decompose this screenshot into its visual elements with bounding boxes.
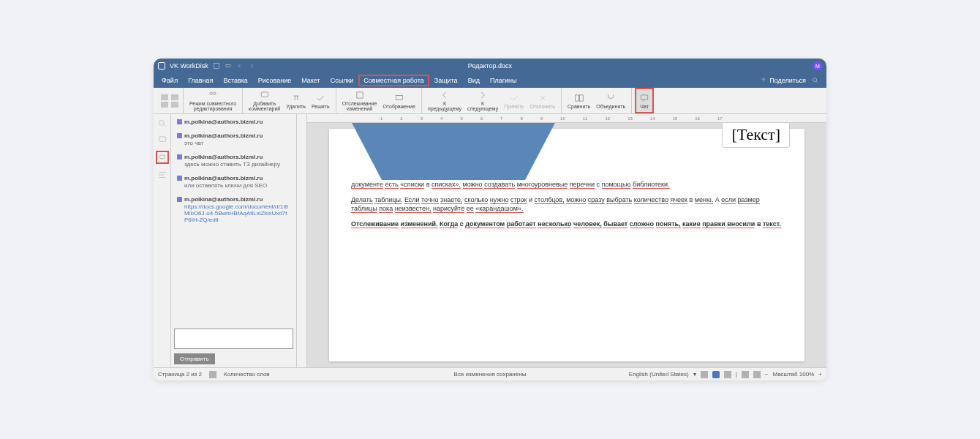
wordcount-icon xyxy=(209,371,216,378)
document-title: Редактор.docx xyxy=(468,62,512,70)
track-indicator-icon[interactable] xyxy=(712,371,720,378)
horizontal-ruler[interactable]: 1234567891011121314151617 xyxy=(307,114,826,123)
menu-references[interactable]: Ссылки xyxy=(325,75,359,86)
search-icon[interactable] xyxy=(812,77,819,84)
page[interactable]: [Текст] документе есть «списки в списках… xyxy=(329,129,804,361)
app-name: VK WorkDisk xyxy=(170,62,208,70)
users-icon xyxy=(208,90,218,100)
menu-collaboration[interactable]: Совместная работа xyxy=(358,75,429,86)
text-placeholder[interactable]: [Текст] xyxy=(722,123,790,148)
chevron-down-icon[interactable]: ▾ xyxy=(693,371,696,378)
track-changes-button[interactable]: Отслеживание изменений xyxy=(339,88,380,113)
share-button[interactable]: Поделиться xyxy=(760,77,806,84)
svg-rect-8 xyxy=(575,94,578,100)
send-button[interactable]: Отправить xyxy=(174,353,215,364)
redo-icon[interactable] xyxy=(248,62,255,70)
reject-icon xyxy=(538,93,548,103)
document-area: 1234567891011121314151617 [Текст] докуме… xyxy=(297,114,826,367)
svg-point-11 xyxy=(159,120,164,125)
prev-change-button[interactable]: К предыдущему xyxy=(425,88,464,113)
merge-button[interactable]: Объединить xyxy=(593,88,628,113)
user-color-icon xyxy=(177,176,182,181)
chat-panel-icon[interactable] xyxy=(156,151,169,164)
add-comment-button[interactable]: Добавить комментарий xyxy=(246,88,283,113)
avatar[interactable]: M xyxy=(813,61,822,70)
check-icon xyxy=(315,93,325,103)
menu-view[interactable]: Вид xyxy=(463,75,485,86)
chat-link[interactable]: https://docs.google.com/document/d/1I8Ml… xyxy=(184,203,290,223)
svg-point-3 xyxy=(210,92,213,95)
next-change-button[interactable]: К следующему xyxy=(464,88,501,113)
arrow-right-icon xyxy=(478,90,488,100)
svg-rect-7 xyxy=(396,95,402,100)
chat-message: m.polkina@authors.bizml.ru xyxy=(174,117,293,127)
view-mode-icon[interactable] xyxy=(724,371,731,378)
fit-width-icon[interactable] xyxy=(753,371,761,378)
headings-panel-icon[interactable] xyxy=(157,170,167,180)
menu-protection[interactable]: Защита xyxy=(429,75,463,86)
chat-message: m.polkina@authors.bizml.ru это чат xyxy=(174,131,293,148)
menu-home[interactable]: Главная xyxy=(183,75,218,86)
clipboard-icons[interactable] xyxy=(159,93,170,109)
menu-draw[interactable]: Рисование xyxy=(253,75,296,86)
vertical-ruler[interactable] xyxy=(297,123,307,367)
zoom-out-button[interactable]: − xyxy=(765,371,769,378)
language-selector[interactable]: English (United States) xyxy=(629,371,689,378)
accept-icon xyxy=(509,93,519,103)
menu-insert[interactable]: Вставка xyxy=(218,75,252,86)
merge-icon xyxy=(606,93,616,103)
svg-rect-0 xyxy=(214,64,219,69)
chat-button[interactable]: Чат xyxy=(635,88,654,113)
wordcount-label[interactable]: Количество слов xyxy=(224,371,270,378)
menu-file[interactable]: Файл xyxy=(157,75,183,86)
reject-button[interactable]: Отклонить xyxy=(527,88,558,113)
coedit-mode-button[interactable]: Режим совместного редактирования xyxy=(186,88,239,113)
svg-rect-10 xyxy=(641,94,647,99)
menu-plugins[interactable]: Плагины xyxy=(485,75,521,86)
svg-rect-12 xyxy=(159,137,165,141)
chat-panel: m.polkina@authors.bizml.ru m.polkina@aut… xyxy=(171,114,297,367)
chat-input[interactable] xyxy=(174,329,293,349)
titlebar: VK WorkDisk Редактор.docx M xyxy=(154,59,826,73)
user-color-icon xyxy=(177,197,182,202)
search-panel-icon[interactable] xyxy=(157,119,167,129)
undo-icon[interactable] xyxy=(236,62,244,70)
comments-panel-icon[interactable] xyxy=(157,135,167,145)
arrow-left-icon xyxy=(440,90,450,100)
user-color-icon xyxy=(177,133,182,138)
display-mode-button[interactable]: Отображение xyxy=(380,88,418,113)
svg-point-4 xyxy=(214,92,216,95)
svg-rect-9 xyxy=(579,94,583,100)
svg-rect-13 xyxy=(159,155,165,159)
menu-layout[interactable]: Макет xyxy=(296,75,325,86)
zoom-level[interactable]: Масштаб 100% xyxy=(772,371,814,378)
track-icon xyxy=(355,90,365,100)
svg-point-2 xyxy=(813,78,817,82)
fit-page-icon[interactable] xyxy=(742,371,749,378)
delete-comment-button[interactable]: Удалить xyxy=(283,88,309,113)
clipboard-icons-2[interactable] xyxy=(170,93,180,109)
svg-rect-5 xyxy=(261,92,268,97)
document-body[interactable]: документе есть «списки в списках», можно… xyxy=(351,180,783,228)
share-icon xyxy=(760,77,767,84)
save-icon[interactable] xyxy=(213,62,220,70)
print-icon[interactable] xyxy=(225,62,232,70)
content-area: m.polkina@authors.bizml.ru m.polkina@aut… xyxy=(154,114,826,367)
spellcheck-icon[interactable] xyxy=(701,371,708,378)
page-scroll[interactable]: [Текст] документе есть «списки в списках… xyxy=(307,123,826,367)
page-indicator[interactable]: Страница 2 из 2 xyxy=(158,371,202,378)
save-status: Все изменения сохранены xyxy=(454,371,527,378)
chat-input-area: Отправить xyxy=(171,326,296,367)
trash-icon xyxy=(291,93,301,103)
accept-button[interactable]: Принять xyxy=(501,88,527,113)
display-icon xyxy=(394,93,404,103)
comment-icon xyxy=(260,90,270,100)
compare-button[interactable]: Сравнить xyxy=(565,88,593,113)
resolve-button[interactable]: Решить xyxy=(309,88,333,113)
user-color-icon xyxy=(177,119,182,124)
app-window: VK WorkDisk Редактор.docx M Файл Главная… xyxy=(154,59,826,380)
menubar: Файл Главная Вставка Рисование Макет Ссы… xyxy=(154,73,826,88)
toolbar: Режим совместного редактирования Добавит… xyxy=(154,88,826,114)
zoom-in-button[interactable]: + xyxy=(818,371,822,378)
svg-rect-1 xyxy=(226,64,230,67)
